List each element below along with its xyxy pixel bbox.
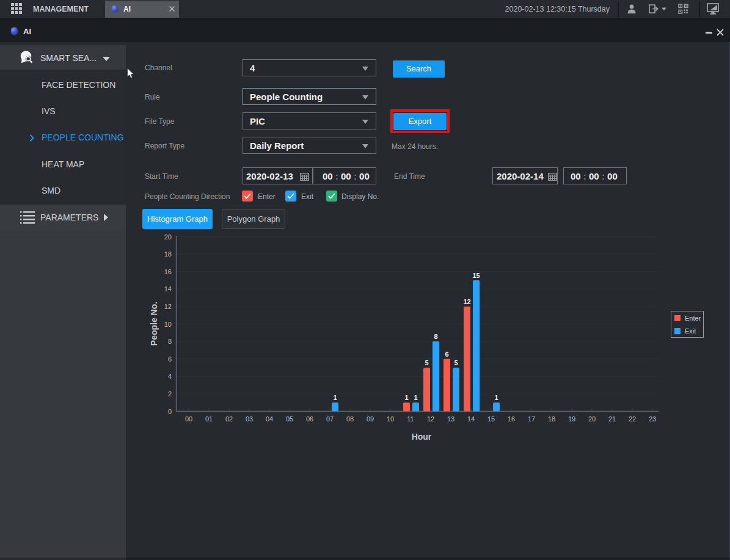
svg-text:8: 8 — [434, 333, 437, 340]
svg-text:23: 23 — [649, 415, 656, 423]
svg-text:20: 20 — [164, 233, 172, 241]
svg-text:1: 1 — [414, 394, 417, 401]
svg-text:17: 17 — [528, 415, 535, 423]
svg-text:15: 15 — [472, 272, 480, 279]
svg-text:04: 04 — [266, 415, 273, 423]
svg-text:19: 19 — [568, 415, 575, 423]
svg-text:6: 6 — [168, 355, 172, 363]
svg-text:1: 1 — [404, 394, 408, 401]
svg-text:18: 18 — [164, 250, 172, 258]
svg-text:4: 4 — [168, 373, 172, 380]
svg-text:12: 12 — [427, 415, 434, 423]
svg-text:11: 11 — [407, 415, 414, 423]
svg-text:05: 05 — [286, 415, 293, 423]
svg-text:5: 5 — [425, 359, 428, 366]
svg-text:22: 22 — [629, 415, 636, 423]
svg-text:14: 14 — [164, 285, 172, 293]
svg-text:6: 6 — [445, 351, 448, 358]
svg-text:0: 0 — [168, 408, 172, 415]
svg-text:09: 09 — [367, 415, 374, 423]
svg-text:1: 1 — [494, 394, 498, 401]
svg-text:18: 18 — [548, 415, 555, 423]
svg-text:5: 5 — [454, 359, 458, 366]
svg-text:People No.: People No. — [149, 302, 159, 346]
svg-text:1: 1 — [333, 394, 337, 401]
svg-text:01: 01 — [205, 415, 213, 423]
svg-text:08: 08 — [346, 415, 354, 423]
svg-text:10: 10 — [164, 321, 172, 328]
svg-text:8: 8 — [168, 338, 172, 345]
svg-text:14: 14 — [467, 415, 475, 423]
svg-text:16: 16 — [508, 415, 515, 423]
svg-text:15: 15 — [487, 415, 495, 423]
svg-text:12: 12 — [164, 303, 172, 310]
svg-text:06: 06 — [306, 415, 313, 423]
svg-text:12: 12 — [463, 298, 470, 305]
svg-text:13: 13 — [447, 415, 454, 423]
svg-text:00: 00 — [185, 415, 192, 423]
svg-text:2: 2 — [168, 390, 172, 398]
svg-text:16: 16 — [164, 268, 172, 275]
svg-text:21: 21 — [608, 415, 616, 423]
svg-text:20: 20 — [588, 415, 596, 423]
svg-text:Enter: Enter — [685, 315, 701, 322]
svg-text:07: 07 — [326, 415, 334, 423]
svg-text:Hour: Hour — [412, 432, 432, 442]
svg-text:Exit: Exit — [685, 327, 696, 335]
svg-text:02: 02 — [225, 415, 233, 423]
svg-text:10: 10 — [387, 415, 394, 423]
svg-text:03: 03 — [246, 415, 253, 423]
